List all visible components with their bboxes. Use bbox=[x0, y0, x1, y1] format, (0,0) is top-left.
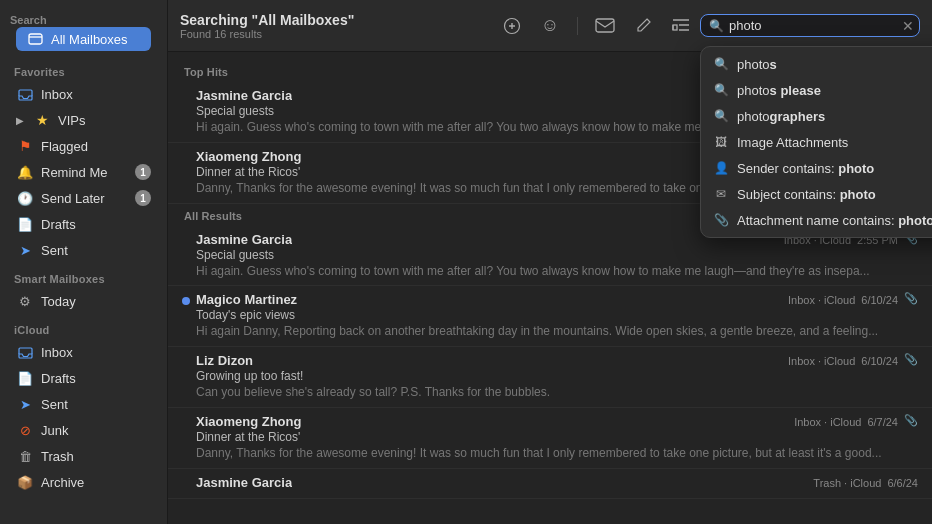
dropdown-item-attachment-name[interactable]: 📎 Attachment name contains: photo bbox=[701, 207, 932, 233]
sidebar-item-icloud-junk[interactable]: ⊘ Junk bbox=[6, 418, 161, 442]
toolbar-left: Searching "All Mailboxes" Found 16 resul… bbox=[180, 12, 493, 40]
sidebar-item-drafts[interactable]: 📄 Drafts bbox=[6, 212, 161, 236]
icloud-sent-label: Sent bbox=[41, 397, 151, 412]
remind-me-label: Remind Me bbox=[41, 165, 128, 180]
icloud-drafts-icon: 📄 bbox=[16, 369, 34, 387]
dropdown-item-image-attachments[interactable]: 🖼 Image Attachments bbox=[701, 129, 932, 155]
sidebar-item-flagged[interactable]: ⚑ Flagged bbox=[6, 134, 161, 158]
flagged-label: Flagged bbox=[41, 139, 151, 154]
icloud-section-label: iCloud bbox=[0, 314, 167, 339]
icloud-archive-label: Archive bbox=[41, 475, 151, 490]
toolbar-title: Searching "All Mailboxes" bbox=[180, 12, 493, 28]
toolbar: Searching "All Mailboxes" Found 16 resul… bbox=[168, 0, 932, 52]
favorites-section-label: Favorites bbox=[0, 56, 167, 81]
sidebar-item-icloud-trash[interactable]: 🗑 Trash bbox=[6, 444, 161, 468]
sidebar-item-icloud-sent[interactable]: ➤ Sent bbox=[6, 392, 161, 416]
email-content: Magico Martinez Inbox · iCloud 6/10/24 T… bbox=[196, 292, 898, 340]
email-sender: Magico Martinez bbox=[196, 292, 297, 307]
dropdown-item-subject-contains[interactable]: ✉ Subject contains: photo bbox=[701, 181, 932, 207]
dd-search-icon-1: 🔍 bbox=[713, 56, 729, 72]
email-meta: Inbox · iCloud 6/10/24 bbox=[788, 294, 898, 306]
dropdown-item-sender-contains[interactable]: 👤 Sender contains: photo bbox=[701, 155, 932, 181]
search-input[interactable] bbox=[729, 18, 897, 33]
email-subject: Dinner at the Ricos' bbox=[196, 430, 898, 444]
table-row[interactable]: Jasmine Garcia Trash · iCloud 6/6/24 bbox=[168, 469, 932, 499]
sidebar-item-sent[interactable]: ➤ Sent bbox=[6, 238, 161, 262]
email-location: Inbox · iCloud bbox=[794, 416, 861, 428]
inbox-label: Inbox bbox=[41, 87, 151, 102]
email-sender: Jasmine Garcia bbox=[196, 475, 292, 490]
smart-mailboxes-label: Smart Mailboxes bbox=[0, 263, 167, 288]
unread-dot bbox=[182, 358, 190, 366]
pencil-icon[interactable] bbox=[632, 15, 654, 37]
email-time: 6/7/24 bbox=[867, 416, 898, 428]
email-location: Inbox · iCloud bbox=[788, 294, 855, 306]
icloud-junk-label: Junk bbox=[41, 423, 151, 438]
email-content: Xiaomeng Zhong Inbox · iCloud 6/7/24 Din… bbox=[196, 414, 898, 462]
email-header-row: Magico Martinez Inbox · iCloud 6/10/24 bbox=[196, 292, 898, 307]
compose-new-icon[interactable] bbox=[501, 15, 523, 37]
email-header-row: Jasmine Garcia Trash · iCloud 6/6/24 bbox=[196, 475, 918, 490]
sidebar-item-icloud-inbox[interactable]: Inbox bbox=[6, 340, 161, 364]
toolbar-subtitle: Found 16 results bbox=[180, 28, 493, 40]
vips-label: VIPs bbox=[58, 113, 151, 128]
today-label: Today bbox=[41, 294, 151, 309]
attachment-icon: 📎 bbox=[904, 292, 918, 340]
dd-text-photos: photos bbox=[737, 57, 932, 72]
email-sender: Xiaomeng Zhong bbox=[196, 414, 301, 429]
sidebar-item-send-later[interactable]: 🕐 Send Later 1 bbox=[6, 186, 161, 210]
dropdown-item-photographers[interactable]: 🔍 photographers bbox=[701, 103, 932, 129]
sent-label: Sent bbox=[41, 243, 151, 258]
remind-me-badge: 1 bbox=[135, 164, 151, 180]
sidebar-item-all-mailboxes[interactable]: All Mailboxes bbox=[16, 27, 151, 51]
search-input-wrapper: 🔍 ✕ bbox=[700, 14, 920, 37]
sidebar-item-icloud-archive[interactable]: 📦 Archive bbox=[6, 470, 161, 494]
all-mailboxes-label: All Mailboxes bbox=[51, 32, 141, 47]
unread-dot bbox=[182, 480, 190, 488]
dropdown-item-photos[interactable]: 🔍 photos bbox=[701, 51, 932, 77]
sidebar-item-vips[interactable]: ▶ ★ VIPs bbox=[6, 108, 161, 132]
email-location: Trash · iCloud bbox=[813, 477, 881, 489]
sidebar-item-remind-me[interactable]: 🔔 Remind Me 1 bbox=[6, 160, 161, 184]
dd-text-photographers: photographers bbox=[737, 109, 932, 124]
clock-icon: 🕐 bbox=[16, 189, 34, 207]
emoji-icon[interactable]: ☺ bbox=[539, 15, 561, 37]
sidebar-item-today[interactable]: ⚙ Today bbox=[6, 289, 161, 313]
dd-image-icon: 🖼 bbox=[713, 134, 729, 150]
dd-text-subject: Subject contains: photo bbox=[737, 187, 932, 202]
table-row[interactable]: Magico Martinez Inbox · iCloud 6/10/24 T… bbox=[168, 286, 932, 347]
drafts-label: Drafts bbox=[41, 217, 151, 232]
table-row[interactable]: Xiaomeng Zhong Inbox · iCloud 6/7/24 Din… bbox=[168, 408, 932, 469]
table-row[interactable]: Liz Dizon Inbox · iCloud 6/10/24 Growing… bbox=[168, 347, 932, 408]
dd-envelope-icon: ✉ bbox=[713, 186, 729, 202]
email-subject: Growing up too fast! bbox=[196, 369, 898, 383]
icloud-trash-label: Trash bbox=[41, 449, 151, 464]
sidebar-item-inbox[interactable]: Inbox bbox=[6, 82, 161, 106]
mail-icon[interactable] bbox=[594, 15, 616, 37]
unread-dot bbox=[182, 419, 190, 427]
email-time: 6/10/24 bbox=[861, 294, 898, 306]
icloud-trash-icon: 🗑 bbox=[16, 447, 34, 465]
icloud-archive-icon: 📦 bbox=[16, 473, 34, 491]
email-sender: Jasmine Garcia bbox=[196, 232, 292, 247]
attachment-icon: 📎 bbox=[904, 353, 918, 401]
email-preview: Hi again. Guess who's coming to town wit… bbox=[196, 263, 898, 280]
email-location: Inbox · iCloud bbox=[788, 355, 855, 367]
vip-chevron-icon: ▶ bbox=[16, 115, 24, 126]
email-time: 6/6/24 bbox=[887, 477, 918, 489]
search-area: 🔍 ✕ 🔍 photos 🔍 photos please 🔍 photograp… bbox=[700, 14, 920, 37]
email-preview: Danny, Thanks for the awesome evening! I… bbox=[196, 445, 898, 462]
sidebar: Search All Mailboxes Favorites Inbox ▶ ★… bbox=[0, 0, 168, 524]
sidebar-toggle-icon[interactable] bbox=[670, 15, 692, 37]
email-sender: Liz Dizon bbox=[196, 353, 253, 368]
sidebar-item-icloud-drafts[interactable]: 📄 Drafts bbox=[6, 366, 161, 390]
svg-rect-3 bbox=[673, 25, 677, 30]
dd-text-attachment: Attachment name contains: photo bbox=[737, 213, 932, 228]
toolbar-separator bbox=[577, 17, 578, 35]
email-sender: Xiaomeng Zhong bbox=[196, 149, 301, 164]
icloud-inbox-icon bbox=[16, 343, 34, 361]
dd-search-icon-2: 🔍 bbox=[713, 82, 729, 98]
search-clear-icon[interactable]: ✕ bbox=[902, 19, 914, 33]
dd-search-icon-3: 🔍 bbox=[713, 108, 729, 124]
dropdown-item-photos-please[interactable]: 🔍 photos please bbox=[701, 77, 932, 103]
